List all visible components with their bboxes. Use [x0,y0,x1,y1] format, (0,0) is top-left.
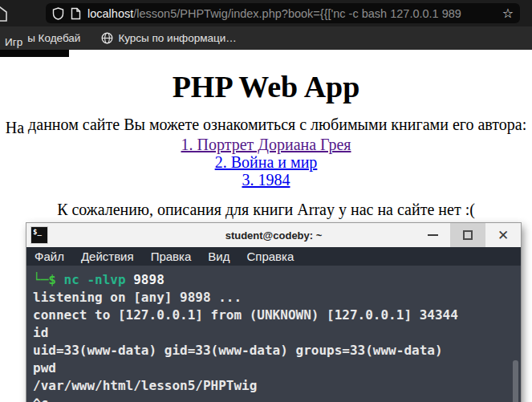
address-bar[interactable]: localhost/lesson5/PHPTwig/index.php?book… [46,3,520,23]
url-path: /lesson5/PHPTwig/index.php?book={{['nc -… [133,7,461,20]
url-text[interactable]: localhost/lesson5/PHPTwig/index.php?book… [87,7,493,20]
page-title: PHP Web App [0,69,532,104]
window-controls: ✕ [415,223,521,247]
bookmark-star-icon[interactable]: ☆ [502,7,514,20]
book-link-1[interactable]: 1. Портрет Дориана Грея [0,136,532,153]
terminal-line: id [33,324,513,342]
menu-edit[interactable]: Правка [151,250,192,263]
terminal-scrollbar[interactable] [513,360,518,402]
terminal-app-icon: $_ [30,226,48,244]
url-host: localhost [87,7,133,20]
menu-help[interactable]: Справка [246,250,294,263]
terminal-line: connect to [127.0.0.1] from (UNKNOWN) [1… [33,307,513,324]
home-icon[interactable] [0,6,7,22]
book-link-2[interactable]: 2. Война и мир [0,153,532,171]
close-button[interactable]: ✕ [485,223,521,247]
bookmarks-bar: Игры Кодебай Курсы по информаци… [0,26,532,50]
terminal-titlebar[interactable]: $_ student@codeby: ~ ✕ [26,223,521,247]
globe-icon [101,32,113,44]
no-description-message: К сожалению, описания для книги Array у … [0,201,532,219]
shell-prompt: └─$ [33,272,64,287]
web-page: PHP Web App На данном сайте Вы можете оз… [0,53,532,219]
maximize-button[interactable] [450,223,485,247]
intro-text: На данном сайте Вы можете ознакомиться с… [0,116,532,134]
terminal-line: /var/www/html/lesson5/PHPTwig [33,377,513,395]
terminal-window: $_ student@codeby: ~ ✕ Файл Действия Пра… [26,223,521,402]
browser-toolbar: localhost/lesson5/PHPTwig/index.php?book… [0,0,532,26]
page-icon[interactable] [71,7,81,20]
terminal-line: uid=33(www-data) gid=33(www-data) groups… [33,342,513,359]
command-text: nc -nlvp [64,272,134,287]
bookmark-item-kodebay[interactable]: Игры Кодебай [5,32,80,44]
terminal-menubar: Файл Действия Правка Вид Справка [26,247,521,266]
bookmark-item-courses[interactable]: Курсы по информаци… [101,32,236,44]
terminal-line: listening on [any] 9898 ... [33,289,513,307]
command-arg: 9898 [133,272,164,287]
terminal-line: pwd [33,359,513,377]
book-link-3[interactable]: 3. 1984 [0,171,532,189]
terminal-output[interactable]: └─$ nc -nlvp 9898 listening on [any] 989… [26,266,521,402]
book-links: 1. Портрет Дориана Грея 2. Война и мир 3… [0,136,532,189]
minimize-button[interactable] [415,223,450,247]
bookmark-label: Курсы по информаци… [118,32,236,44]
terminal-prompt-line: └─$ nc -nlvp 9898 [33,271,513,289]
menu-view[interactable]: Вид [208,250,229,263]
menu-actions[interactable]: Действия [81,250,134,263]
menu-file[interactable]: Файл [35,250,64,263]
terminal-line-partial: ^c [33,395,513,402]
shield-icon[interactable] [52,7,64,20]
